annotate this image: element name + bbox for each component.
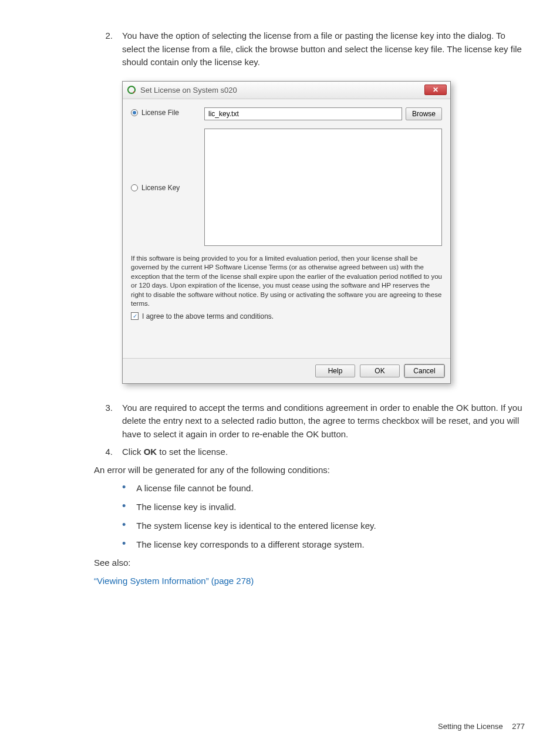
check-icon: ✓ bbox=[133, 313, 137, 319]
license-file-row: License File Browse bbox=[131, 107, 442, 120]
step4-before: Click bbox=[122, 447, 144, 457]
agree-row[interactable]: ✓ I agree to the above terms and conditi… bbox=[131, 312, 442, 320]
step4-after: to set the license. bbox=[157, 447, 228, 457]
error-intro: An error will be generated for any of th… bbox=[94, 464, 525, 477]
step-text: You have the option of selecting the lic… bbox=[122, 29, 525, 69]
license-file-label: License File bbox=[141, 109, 179, 117]
step4-bold: OK bbox=[144, 447, 157, 457]
bullet-text: The license key corresponds to a differe… bbox=[136, 538, 364, 552]
see-also-label: See also: bbox=[94, 556, 525, 570]
license-file-input[interactable] bbox=[204, 107, 402, 120]
bullet-icon: • bbox=[122, 538, 126, 551]
step-2: 2. You have the option of selecting the … bbox=[94, 29, 525, 69]
bullet-4: • The license key corresponds to a diffe… bbox=[122, 538, 525, 552]
dialog-body: License File Browse License Key If this … bbox=[123, 99, 450, 358]
bullet-icon: • bbox=[122, 481, 126, 494]
step-text: You are required to accept the terms and… bbox=[122, 401, 525, 441]
cancel-button[interactable]: Cancel bbox=[404, 364, 444, 377]
step-number: 4. bbox=[94, 445, 113, 459]
step-number: 2. bbox=[94, 29, 113, 69]
bullet-text: The system license key is identical to t… bbox=[136, 519, 376, 533]
step-text: Click OK to set the license. bbox=[122, 445, 525, 459]
help-button[interactable]: Help bbox=[315, 364, 355, 377]
agree-checkbox[interactable]: ✓ bbox=[131, 312, 139, 320]
bullet-text: A license file cannot be found. bbox=[136, 481, 253, 495]
step-number: 3. bbox=[94, 401, 113, 441]
app-icon bbox=[126, 85, 137, 95]
license-file-radio-group[interactable]: License File bbox=[131, 107, 204, 117]
license-key-label: License Key bbox=[141, 184, 180, 192]
agree-label: I agree to the above terms and condition… bbox=[142, 312, 274, 320]
dialog-title: Set License on System s020 bbox=[140, 86, 424, 94]
license-key-radio-group[interactable]: License Key bbox=[131, 183, 204, 192]
dialog-titlebar: Set License on System s020 ✕ bbox=[123, 82, 450, 99]
radio-license-file[interactable] bbox=[131, 109, 138, 116]
step-3: 3. You are required to accept the terms … bbox=[94, 401, 525, 441]
step-4: 4. Click OK to set the license. bbox=[94, 445, 525, 459]
license-key-row: License Key bbox=[131, 129, 442, 246]
spacer bbox=[131, 320, 442, 350]
step-list: 2. You have the option of selecting the … bbox=[94, 29, 525, 69]
bullet-text: The license key is invalid. bbox=[136, 500, 236, 514]
step-list-continued: 3. You are required to accept the terms … bbox=[94, 401, 525, 459]
bullet-1: • A license file cannot be found. bbox=[122, 481, 525, 495]
radio-license-key[interactable] bbox=[131, 184, 138, 191]
dialog-footer: Help OK Cancel bbox=[123, 358, 450, 383]
see-also-link[interactable]: “Viewing System Information” (page 278) bbox=[94, 575, 525, 588]
set-license-dialog: Set License on System s020 ✕ License Fil… bbox=[122, 81, 451, 384]
close-button[interactable]: ✕ bbox=[424, 85, 447, 95]
bullet-3: • The system license key is identical to… bbox=[122, 519, 525, 533]
ok-button[interactable]: OK bbox=[360, 364, 400, 377]
main-content: 2. You have the option of selecting the … bbox=[94, 29, 525, 588]
dialog-screenshot: Set License on System s020 ✕ License Fil… bbox=[122, 81, 525, 384]
license-key-textarea[interactable] bbox=[204, 129, 442, 246]
bullet-icon: • bbox=[122, 500, 126, 513]
terms-text: If this software is being provided to yo… bbox=[131, 254, 442, 309]
error-bullet-list: • A license file cannot be found. • The … bbox=[122, 481, 525, 552]
browse-button[interactable]: Browse bbox=[406, 107, 442, 120]
bullet-2: • The license key is invalid. bbox=[122, 500, 525, 514]
close-icon: ✕ bbox=[433, 86, 438, 94]
bullet-icon: • bbox=[122, 519, 126, 532]
